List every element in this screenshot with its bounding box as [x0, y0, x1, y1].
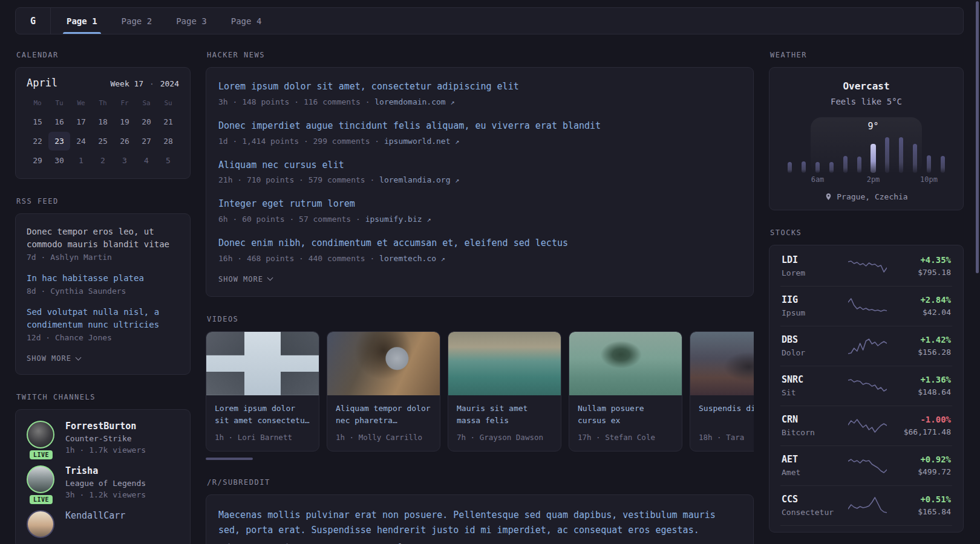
- twitch-channel-name[interactable]: Trisha: [65, 465, 98, 476]
- rss-item-title[interactable]: Sed volutpat nulla nisl, a condimentum n…: [27, 306, 179, 331]
- hackernews-item-title[interactable]: Integer eget rutrum lorem: [218, 198, 741, 211]
- rss-card: Donec tempor eros leo, ut commodo mauris…: [15, 213, 191, 375]
- weather-bar-slot: [936, 135, 950, 173]
- dashboard-columns: CALENDAR April Week 17 · 2024 MoTuWeThFr…: [15, 51, 964, 544]
- stock-name: Dolor: [782, 348, 843, 357]
- hackernews-item-stats: 6h · 60 points · 57 comments ·: [218, 215, 365, 224]
- stock-row: CRN Bitcorn -1.00% $66,171.48: [780, 406, 952, 445]
- hackernews-item-title[interactable]: Donec enim nibh, condimentum et accumsan…: [218, 237, 741, 250]
- calendar-day-header: Tu: [48, 97, 70, 112]
- calendar-date: 1: [70, 151, 92, 170]
- stock-id: IIG Ipsum: [782, 294, 843, 317]
- weather-bar: [802, 161, 806, 173]
- hackernews-item-domain[interactable]: loremlandia.org: [379, 175, 450, 184]
- weather-time-label: 10pm: [920, 175, 938, 184]
- page-scrollbar-thumb[interactable]: [976, 1, 979, 273]
- hackernews-show-more-button[interactable]: SHOW MORE: [218, 275, 272, 283]
- video-card[interactable]: Suspendis diam 18h · Tara: [690, 331, 754, 452]
- tab-page-2[interactable]: Page 2: [109, 8, 165, 34]
- app-logo[interactable]: G: [16, 8, 51, 34]
- stock-sparkline: [848, 377, 887, 395]
- video-card-body: Suspendis diam 18h · Tara: [690, 395, 754, 451]
- stock-sparkline: [848, 416, 887, 435]
- twitch-channel-name[interactable]: ForrestBurton: [65, 421, 136, 432]
- video-card[interactable]: Aliquam tempor dolor nec pharetra… 1h · …: [327, 331, 440, 452]
- stock-row: DBS Dolor +1.42% $156.28: [780, 326, 952, 366]
- hackernews-item-domain[interactable]: ipsumify.biz: [365, 215, 422, 224]
- calendar-date: 26: [114, 132, 136, 151]
- weather-current-temp: 9°: [867, 121, 878, 132]
- video-title[interactable]: Nullam posuere cursus ex: [578, 403, 673, 427]
- rss-show-more-button[interactable]: SHOW MORE: [27, 354, 80, 363]
- stock-change-percent: -1.00%: [904, 415, 951, 424]
- video-thumbnail[interactable]: [690, 332, 754, 395]
- weather-bar: [788, 162, 792, 173]
- stock-id: LDI Lorem: [782, 254, 843, 277]
- twitch-channel-info: ForrestBurton Counter-Strike 1h · 1.7k v…: [65, 421, 146, 455]
- calendar-date: 21: [157, 112, 179, 131]
- video-card[interactable]: Lorem ipsum dolor sit amet consectetu… 1…: [206, 331, 319, 452]
- twitch-avatar-wrap: LIVE: [27, 465, 56, 499]
- dot-separator: ·: [149, 79, 154, 88]
- videos-widget: VIDEOS Lorem ipsum dolor sit amet consec…: [206, 315, 754, 460]
- avatar[interactable]: [27, 465, 54, 493]
- hackernews-item-meta: 1d · 1,414 points · 299 comments · ipsum…: [218, 137, 741, 146]
- hackernews-item-meta: 16h · 468 points · 440 comments · loremt…: [218, 254, 741, 263]
- video-title[interactable]: Suspendis diam: [699, 403, 754, 427]
- live-badge: LIVE: [30, 495, 53, 504]
- tab-page-4[interactable]: Page 4: [219, 8, 274, 34]
- hackernews-item-title[interactable]: Aliquam nec cursus elit: [218, 159, 741, 172]
- weather-location: Prague, Czechia: [782, 192, 951, 201]
- carousel-scrollbar[interactable]: [206, 458, 253, 460]
- hackernews-item-title[interactable]: Donec imperdiet augue tincidunt felis al…: [218, 120, 741, 133]
- video-thumbnail[interactable]: [569, 332, 682, 395]
- stock-name: Sit: [782, 388, 843, 397]
- twitch-channel-meta: 1h · 1.7k viewers: [65, 445, 146, 455]
- video-title[interactable]: Aliquam tempor dolor nec pharetra…: [336, 403, 431, 427]
- stock-values: +4.35% $795.18: [918, 255, 951, 277]
- subreddit-card: Maecenas mollis pulvinar erat non posuer…: [206, 494, 754, 544]
- hackernews-item-domain[interactable]: ipsumworld.net: [384, 137, 451, 146]
- stock-price: $165.84: [918, 507, 951, 516]
- weather-bar-slot: [811, 135, 825, 173]
- video-meta: 1h · Molly Carrillo: [336, 433, 431, 442]
- video-thumbnail[interactable]: [206, 332, 319, 395]
- rss-item-title[interactable]: In hac habitasse platea: [27, 272, 179, 285]
- rss-item-meta: 12d · Chance Jones: [27, 333, 179, 342]
- weather-bar: [829, 162, 834, 173]
- hackernews-item-title[interactable]: Lorem ipsum dolor sit amet, consectetur …: [218, 80, 741, 94]
- hackernews-list: Lorem ipsum dolor sit amet, consectetur …: [218, 80, 741, 263]
- weather-time-label: 2pm: [867, 175, 880, 184]
- rss-item-title[interactable]: Donec tempor eros leo, ut commodo mauris…: [27, 225, 179, 251]
- external-link-icon: ↗: [426, 215, 431, 224]
- external-link-icon: ↗: [441, 254, 445, 263]
- tab-page-1[interactable]: Page 1: [54, 8, 109, 34]
- weather-widget-title: WEATHER: [770, 51, 964, 59]
- video-thumbnail[interactable]: [327, 332, 440, 395]
- stock-change-percent: +4.35%: [918, 255, 951, 265]
- stock-price: $499.72: [918, 467, 951, 476]
- hackernews-item: Integer eget rutrum lorem 6h · 60 points…: [218, 198, 741, 224]
- video-title[interactable]: Lorem ipsum dolor sit amet consectetu…: [215, 403, 310, 427]
- avatar[interactable]: [27, 510, 54, 538]
- video-title[interactable]: Mauris sit amet massa felis: [457, 403, 552, 427]
- stock-name: Consectetur: [782, 508, 843, 517]
- weather-location-label: Prague, Czechia: [837, 192, 907, 201]
- weather-bars: [783, 135, 950, 173]
- calendar-card: April Week 17 · 2024 MoTuWeThFrSaSu15161…: [15, 67, 191, 179]
- tab-page-3[interactable]: Page 3: [164, 8, 219, 34]
- video-meta: 17h · Stefan Cole: [578, 433, 673, 442]
- middle-column: HACKER NEWS Lorem ipsum dolor sit amet, …: [206, 51, 754, 544]
- video-thumbnail[interactable]: [448, 332, 561, 395]
- video-card[interactable]: Mauris sit amet massa felis 7h · Grayson…: [448, 331, 561, 452]
- weather-bar-slot: [838, 135, 852, 173]
- twitch-channel-name[interactable]: KendallCarr: [65, 510, 125, 521]
- hackernews-item-domain[interactable]: loremtech.co: [379, 254, 436, 263]
- hackernews-item: Lorem ipsum dolor sit amet, consectetur …: [218, 80, 741, 106]
- reddit-post-title[interactable]: Maecenas mollis pulvinar erat non posuer…: [218, 508, 741, 539]
- video-card[interactable]: Nullam posuere cursus ex 17h · Stefan Co…: [569, 331, 682, 452]
- avatar[interactable]: [27, 421, 54, 448]
- weather-widget: WEATHER Overcast Feels like 5°C 9° 6am2p…: [769, 51, 964, 210]
- hackernews-item-domain[interactable]: loremdomain.com: [374, 97, 445, 106]
- weather-bar-slot: [908, 135, 922, 173]
